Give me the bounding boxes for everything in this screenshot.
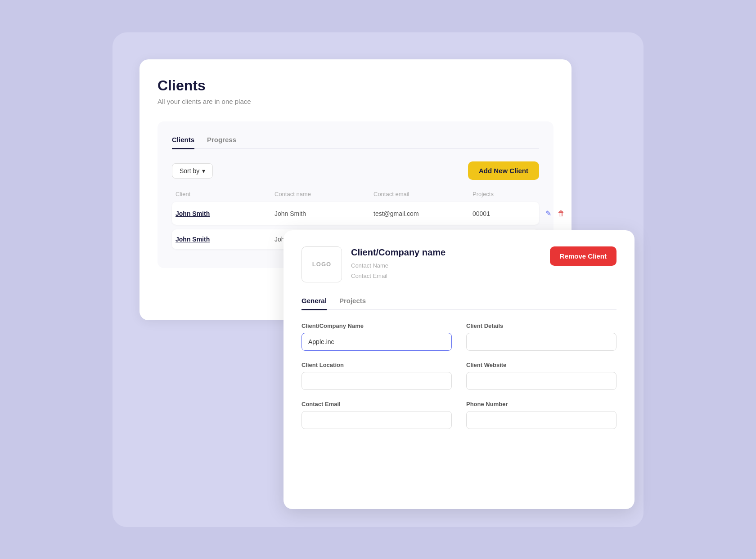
detail-header: LOGO Client/Company name Contact Name Co… — [302, 246, 616, 282]
col-client: Client — [176, 191, 274, 197]
detail-card: LOGO Client/Company name Contact Name Co… — [284, 230, 634, 509]
company-name-input[interactable] — [302, 333, 452, 351]
tab-projects[interactable]: Projects — [339, 297, 366, 310]
chevron-down-icon: ▾ — [202, 167, 205, 174]
company-name-label: Client/Company Name — [302, 322, 452, 329]
form-group-contact-email: Contact Email — [302, 401, 452, 429]
tab-clients[interactable]: Clients — [172, 136, 194, 149]
detail-contact-name-label: Contact Name — [351, 260, 446, 271]
client-details-input[interactable] — [466, 333, 616, 351]
contact-email-input[interactable] — [302, 411, 452, 429]
toolbar-row: Sort by ▾ Add New Client — [172, 161, 539, 180]
logo-box: LOGO — [302, 246, 342, 282]
client-location-input[interactable] — [302, 372, 452, 390]
table-row: John Smith John Smith test@gmail.com 000… — [172, 202, 539, 225]
client-name-link[interactable]: John Smith — [176, 236, 210, 243]
edit-button[interactable]: ✎ — [544, 208, 552, 219]
client-website-label: Client Website — [466, 362, 616, 368]
remove-client-button[interactable]: Remove Client — [550, 246, 616, 266]
tab-general[interactable]: General — [302, 297, 327, 310]
form-group-client-details: Client Details — [466, 322, 616, 351]
outer-container: Clients All your clients are in one plac… — [112, 32, 644, 527]
detail-tabs-row: General Projects — [302, 297, 616, 310]
tabs-row: Clients Progress — [172, 136, 539, 149]
col-actions — [544, 191, 572, 197]
form-group-client-website: Client Website — [466, 362, 616, 390]
col-contact-name: Contact name — [274, 191, 374, 197]
form-grid: Client/Company Name Client Details Clien… — [302, 322, 616, 429]
client-name-link[interactable]: John Smith — [176, 210, 210, 217]
client-website-input[interactable] — [466, 372, 616, 390]
detail-contact-email-label: Contact Email — [351, 271, 446, 281]
tab-progress[interactable]: Progress — [207, 136, 236, 149]
detail-company-info: Client/Company name Contact Name Contact… — [351, 247, 446, 282]
contact-email-cell: test@gmail.com — [374, 210, 472, 217]
form-group-company-name: Client/Company Name — [302, 322, 452, 351]
detail-company-name: Client/Company name — [351, 247, 446, 258]
col-contact-email: Contact email — [374, 191, 472, 197]
delete-button[interactable]: 🗑 — [557, 209, 566, 219]
detail-logo-area: LOGO Client/Company name Contact Name Co… — [302, 246, 446, 282]
edit-icon: ✎ — [545, 210, 551, 217]
page-title: Clients — [158, 77, 554, 94]
contact-email-label: Contact Email — [302, 401, 452, 407]
contact-name-cell: John Smith — [274, 210, 374, 217]
client-name-cell: John Smith — [176, 236, 274, 243]
form-group-client-location: Client Location — [302, 362, 452, 390]
phone-number-input[interactable] — [466, 411, 616, 429]
col-projects: Projects — [472, 191, 544, 197]
page-subtitle: All your clients are in one place — [158, 98, 554, 105]
sort-button[interactable]: Sort by ▾ — [172, 163, 213, 179]
phone-number-label: Phone Number — [466, 401, 616, 407]
form-group-phone-number: Phone Number — [466, 401, 616, 429]
logo-text: LOGO — [312, 261, 331, 268]
row-actions: ✎ 🗑 — [544, 208, 572, 219]
add-new-client-button[interactable]: Add New Client — [468, 161, 539, 180]
client-location-label: Client Location — [302, 362, 452, 368]
trash-icon: 🗑 — [558, 210, 565, 217]
table-header: Client Contact name Contact email Projec… — [172, 191, 539, 197]
client-details-label: Client Details — [466, 322, 616, 329]
projects-cell: 00001 — [472, 210, 544, 217]
client-name-cell: John Smith — [176, 210, 274, 217]
